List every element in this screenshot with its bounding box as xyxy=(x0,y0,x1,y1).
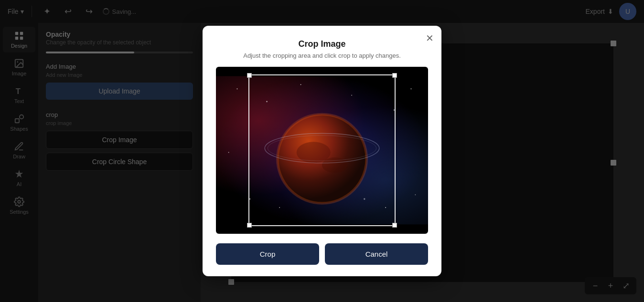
svg-point-21 xyxy=(249,198,251,200)
svg-point-14 xyxy=(237,88,238,89)
svg-point-16 xyxy=(301,84,301,85)
modal-close-button[interactable]: ✕ xyxy=(426,33,434,43)
crop-cancel-button[interactable]: Cancel xyxy=(325,243,428,265)
svg-point-25 xyxy=(279,207,280,208)
svg-point-23 xyxy=(415,194,416,195)
svg-point-18 xyxy=(394,109,395,111)
crop-confirm-button[interactable]: Crop xyxy=(216,243,319,265)
svg-point-20 xyxy=(228,152,229,153)
planet-image xyxy=(216,67,428,234)
crop-modal: ✕ Crop Image Adjust the cropping area an… xyxy=(203,26,441,276)
svg-point-22 xyxy=(385,207,386,208)
svg-point-19 xyxy=(411,88,412,89)
modal-buttons: Crop Cancel xyxy=(216,243,428,265)
svg-point-24 xyxy=(364,198,365,200)
svg-point-15 xyxy=(266,101,268,103)
modal-overlay[interactable]: ✕ Crop Image Adjust the cropping area an… xyxy=(0,0,644,302)
modal-title: Crop Image xyxy=(216,39,428,49)
modal-subtitle: Adjust the cropping area and click crop … xyxy=(216,52,428,59)
svg-point-17 xyxy=(351,95,352,96)
modal-image-container xyxy=(216,67,428,234)
